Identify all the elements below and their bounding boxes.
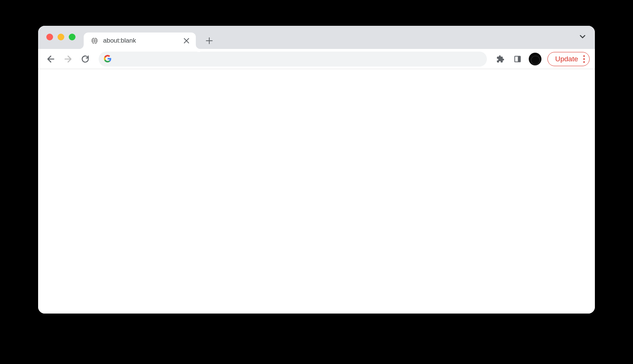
toolbar: Update <box>38 49 595 69</box>
tab-title: about:blank <box>103 37 178 44</box>
globe-icon <box>90 37 99 45</box>
profile-avatar[interactable] <box>529 53 541 65</box>
address-bar[interactable] <box>99 52 487 67</box>
forward-button[interactable] <box>61 52 75 67</box>
close-window-button[interactable] <box>46 34 53 40</box>
maximize-window-button[interactable] <box>69 34 75 40</box>
address-input[interactable] <box>117 56 482 62</box>
minimize-window-button[interactable] <box>58 34 64 40</box>
more-icon <box>583 55 585 63</box>
browser-window: about:blank <box>38 26 595 314</box>
tab-list-button[interactable] <box>577 31 588 42</box>
new-tab-button[interactable] <box>203 34 216 47</box>
svg-rect-2 <box>518 56 521 62</box>
update-label: Update <box>555 55 578 63</box>
page-content <box>38 69 595 314</box>
reload-button[interactable] <box>78 52 93 67</box>
window-controls <box>46 26 75 49</box>
update-button[interactable]: Update <box>547 52 590 66</box>
tab-bar: about:blank <box>38 26 595 49</box>
google-icon <box>104 55 112 63</box>
side-panel-button[interactable] <box>510 52 525 67</box>
browser-tab[interactable]: about:blank <box>84 33 196 49</box>
back-button[interactable] <box>43 52 58 67</box>
close-tab-button[interactable] <box>182 37 191 45</box>
extensions-button[interactable] <box>493 52 508 67</box>
